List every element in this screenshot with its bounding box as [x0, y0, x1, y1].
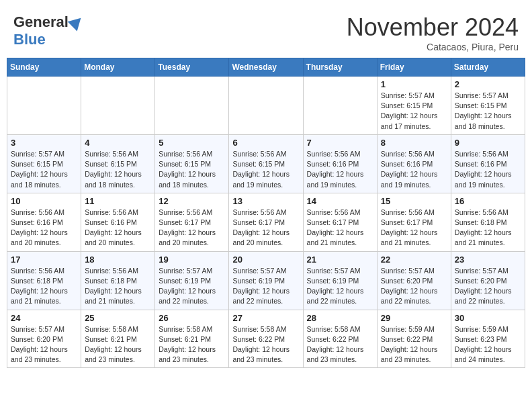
- week-row-5: 24Sunrise: 5:57 AM Sunset: 6:20 PM Dayli…: [7, 310, 525, 368]
- calendar-cell: [303, 77, 377, 135]
- day-number: 28: [307, 313, 373, 323]
- calendar-cell: 25Sunrise: 5:58 AM Sunset: 6:21 PM Dayli…: [81, 310, 155, 368]
- day-info: Sunrise: 5:58 AM Sunset: 6:22 PM Dayligh…: [232, 324, 299, 365]
- day-info: Sunrise: 5:58 AM Sunset: 6:21 PM Dayligh…: [159, 324, 225, 365]
- day-number: 14: [307, 196, 373, 206]
- day-number: 21: [307, 255, 373, 265]
- calendar-cell: 28Sunrise: 5:58 AM Sunset: 6:22 PM Dayli…: [303, 310, 377, 368]
- day-info: Sunrise: 5:57 AM Sunset: 6:20 PM Dayligh…: [11, 324, 77, 365]
- week-row-3: 10Sunrise: 5:56 AM Sunset: 6:16 PM Dayli…: [7, 193, 525, 251]
- day-info: Sunrise: 5:58 AM Sunset: 6:21 PM Dayligh…: [85, 324, 151, 365]
- calendar-cell: 22Sunrise: 5:57 AM Sunset: 6:20 PM Dayli…: [377, 251, 451, 310]
- column-header-tuesday: Tuesday: [155, 58, 229, 77]
- day-info: Sunrise: 5:57 AM Sunset: 6:19 PM Dayligh…: [307, 266, 373, 307]
- calendar-cell: 14Sunrise: 5:56 AM Sunset: 6:17 PM Dayli…: [303, 193, 377, 251]
- calendar-cell: 26Sunrise: 5:58 AM Sunset: 6:21 PM Dayli…: [155, 310, 229, 368]
- day-info: Sunrise: 5:56 AM Sunset: 6:18 PM Dayligh…: [85, 266, 151, 307]
- day-number: 24: [11, 313, 77, 323]
- calendar-cell: 3Sunrise: 5:57 AM Sunset: 6:15 PM Daylig…: [7, 134, 81, 193]
- day-info: Sunrise: 5:56 AM Sunset: 6:17 PM Dayligh…: [159, 208, 225, 248]
- day-number: 30: [455, 313, 521, 323]
- day-number: 5: [159, 138, 225, 148]
- day-number: 29: [381, 313, 447, 323]
- calendar-cell: 13Sunrise: 5:56 AM Sunset: 6:17 PM Dayli…: [229, 193, 303, 251]
- calendar-cell: [155, 77, 229, 135]
- title-section: November 2024 Catacaos, Piura, Peru: [347, 13, 519, 52]
- logo: General Blue: [13, 13, 83, 48]
- column-header-wednesday: Wednesday: [229, 58, 303, 77]
- day-info: Sunrise: 5:59 AM Sunset: 6:23 PM Dayligh…: [455, 324, 521, 365]
- calendar-cell: 21Sunrise: 5:57 AM Sunset: 6:19 PM Dayli…: [303, 251, 377, 310]
- day-info: Sunrise: 5:58 AM Sunset: 6:22 PM Dayligh…: [307, 324, 373, 365]
- day-number: 8: [381, 138, 447, 148]
- column-header-thursday: Thursday: [303, 58, 377, 77]
- day-number: 9: [455, 138, 521, 148]
- week-row-2: 3Sunrise: 5:57 AM Sunset: 6:15 PM Daylig…: [7, 134, 525, 193]
- day-number: 23: [455, 255, 521, 265]
- day-number: 6: [232, 138, 299, 148]
- day-info: Sunrise: 5:56 AM Sunset: 6:18 PM Dayligh…: [455, 208, 521, 248]
- day-number: 12: [159, 196, 225, 206]
- calendar-cell: 4Sunrise: 5:56 AM Sunset: 6:15 PM Daylig…: [81, 134, 155, 193]
- calendar-cell: 6Sunrise: 5:56 AM Sunset: 6:15 PM Daylig…: [229, 134, 303, 193]
- day-number: 22: [381, 255, 447, 265]
- logo-blue: Blue: [13, 31, 46, 48]
- calendar-cell: 29Sunrise: 5:59 AM Sunset: 6:22 PM Dayli…: [377, 310, 451, 368]
- calendar-cell: 19Sunrise: 5:57 AM Sunset: 6:19 PM Dayli…: [155, 251, 229, 310]
- day-info: Sunrise: 5:56 AM Sunset: 6:16 PM Dayligh…: [85, 208, 151, 248]
- calendar-cell: 10Sunrise: 5:56 AM Sunset: 6:16 PM Dayli…: [7, 193, 81, 251]
- month-title: November 2024: [347, 13, 519, 42]
- day-info: Sunrise: 5:56 AM Sunset: 6:16 PM Dayligh…: [11, 208, 77, 248]
- calendar-cell: [229, 77, 303, 135]
- calendar-cell: 2Sunrise: 5:57 AM Sunset: 6:15 PM Daylig…: [451, 77, 525, 135]
- day-number: 13: [232, 196, 299, 206]
- calendar-cell: 23Sunrise: 5:57 AM Sunset: 6:20 PM Dayli…: [451, 251, 525, 310]
- day-number: 11: [85, 196, 151, 206]
- day-info: Sunrise: 5:57 AM Sunset: 6:19 PM Dayligh…: [232, 266, 299, 307]
- calendar-cell: 12Sunrise: 5:56 AM Sunset: 6:17 PM Dayli…: [155, 193, 229, 251]
- day-info: Sunrise: 5:56 AM Sunset: 6:17 PM Dayligh…: [307, 208, 373, 248]
- calendar-cell: 27Sunrise: 5:58 AM Sunset: 6:22 PM Dayli…: [229, 310, 303, 368]
- column-header-sunday: Sunday: [7, 58, 81, 77]
- day-number: 20: [232, 255, 299, 265]
- day-info: Sunrise: 5:56 AM Sunset: 6:18 PM Dayligh…: [11, 266, 77, 307]
- day-info: Sunrise: 5:57 AM Sunset: 6:15 PM Dayligh…: [11, 149, 77, 190]
- week-row-4: 17Sunrise: 5:56 AM Sunset: 6:18 PM Dayli…: [7, 251, 525, 310]
- day-info: Sunrise: 5:56 AM Sunset: 6:16 PM Dayligh…: [307, 149, 373, 190]
- day-info: Sunrise: 5:57 AM Sunset: 6:20 PM Dayligh…: [455, 266, 521, 307]
- day-number: 2: [455, 79, 521, 89]
- calendar-cell: 16Sunrise: 5:56 AM Sunset: 6:18 PM Dayli…: [451, 193, 525, 251]
- location: Catacaos, Piura, Peru: [347, 42, 519, 52]
- calendar-cell: 9Sunrise: 5:56 AM Sunset: 6:16 PM Daylig…: [451, 134, 525, 193]
- day-number: 3: [11, 138, 77, 148]
- day-info: Sunrise: 5:56 AM Sunset: 6:15 PM Dayligh…: [85, 149, 151, 190]
- day-number: 15: [381, 196, 447, 206]
- calendar-cell: [7, 77, 81, 135]
- day-info: Sunrise: 5:56 AM Sunset: 6:17 PM Dayligh…: [381, 208, 447, 248]
- calendar-cell: 8Sunrise: 5:56 AM Sunset: 6:16 PM Daylig…: [377, 134, 451, 193]
- day-number: 4: [85, 138, 151, 148]
- calendar-cell: 1Sunrise: 5:57 AM Sunset: 6:15 PM Daylig…: [377, 77, 451, 135]
- day-number: 17: [11, 255, 77, 265]
- day-info: Sunrise: 5:56 AM Sunset: 6:17 PM Dayligh…: [232, 208, 299, 248]
- calendar-header-row: SundayMondayTuesdayWednesdayThursdayFrid…: [7, 58, 525, 77]
- day-number: 16: [455, 196, 521, 206]
- logo-general: General: [13, 13, 69, 31]
- day-info: Sunrise: 5:57 AM Sunset: 6:19 PM Dayligh…: [159, 266, 225, 307]
- calendar-cell: 20Sunrise: 5:57 AM Sunset: 6:19 PM Dayli…: [229, 251, 303, 310]
- logo-triangle: [68, 13, 86, 32]
- calendar-cell: 15Sunrise: 5:56 AM Sunset: 6:17 PM Dayli…: [377, 193, 451, 251]
- day-info: Sunrise: 5:56 AM Sunset: 6:15 PM Dayligh…: [232, 149, 299, 190]
- column-header-saturday: Saturday: [451, 58, 525, 77]
- calendar-cell: 18Sunrise: 5:56 AM Sunset: 6:18 PM Dayli…: [81, 251, 155, 310]
- column-header-monday: Monday: [81, 58, 155, 77]
- day-number: 27: [232, 313, 299, 323]
- column-header-friday: Friday: [377, 58, 451, 77]
- calendar-cell: 24Sunrise: 5:57 AM Sunset: 6:20 PM Dayli…: [7, 310, 81, 368]
- week-row-1: 1Sunrise: 5:57 AM Sunset: 6:15 PM Daylig…: [7, 77, 525, 135]
- day-number: 18: [85, 255, 151, 265]
- day-number: 10: [11, 196, 77, 206]
- day-info: Sunrise: 5:57 AM Sunset: 6:20 PM Dayligh…: [381, 266, 447, 307]
- day-info: Sunrise: 5:59 AM Sunset: 6:22 PM Dayligh…: [381, 324, 447, 365]
- header: General Blue November 2024 Catacaos, Piu…: [7, 7, 525, 58]
